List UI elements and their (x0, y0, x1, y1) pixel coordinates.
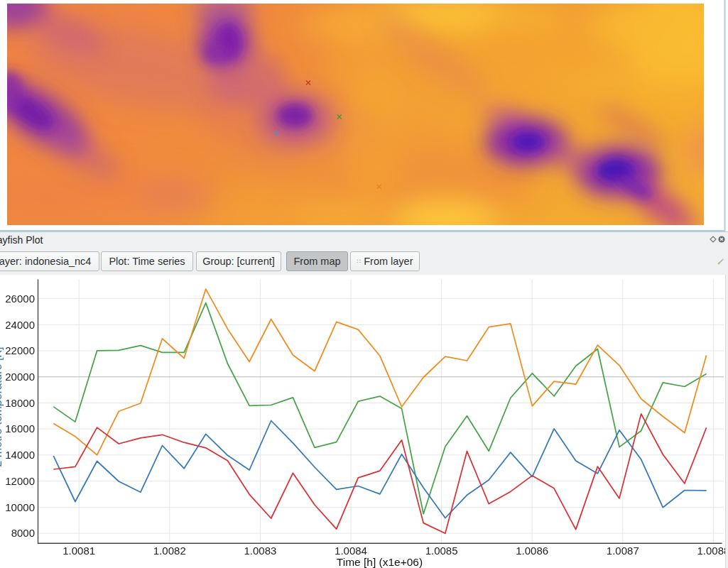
svg-text:18000: 18000 (5, 397, 35, 409)
svg-text:1.0084: 1.0084 (335, 545, 367, 557)
svg-text:1.0083: 1.0083 (244, 545, 276, 557)
svg-text:1.0087: 1.0087 (607, 545, 639, 557)
svg-text:22000: 22000 (5, 344, 35, 356)
svg-text:1.0081: 1.0081 (63, 545, 95, 557)
svg-text:24000: 24000 (5, 319, 35, 331)
svg-text:1.0082: 1.0082 (153, 545, 186, 557)
svg-text:10000: 10000 (5, 501, 35, 513)
svg-text:2 metre temperature [K]: 2 metre temperature [K] (0, 347, 4, 467)
svg-text:1.0086: 1.0086 (516, 545, 548, 557)
svg-text:20000: 20000 (5, 371, 35, 383)
svg-text:8000: 8000 (11, 527, 35, 539)
svg-text:12000: 12000 (5, 475, 35, 487)
svg-text:1.0085: 1.0085 (425, 545, 458, 557)
svg-text:26000: 26000 (5, 293, 35, 305)
svg-text:1.0088: 1.0088 (697, 545, 728, 557)
svg-text:16000: 16000 (5, 422, 35, 435)
svg-text:14000: 14000 (5, 449, 35, 461)
svg-text:Time [h] (x1e+06): Time [h] (x1e+06) (337, 556, 423, 568)
